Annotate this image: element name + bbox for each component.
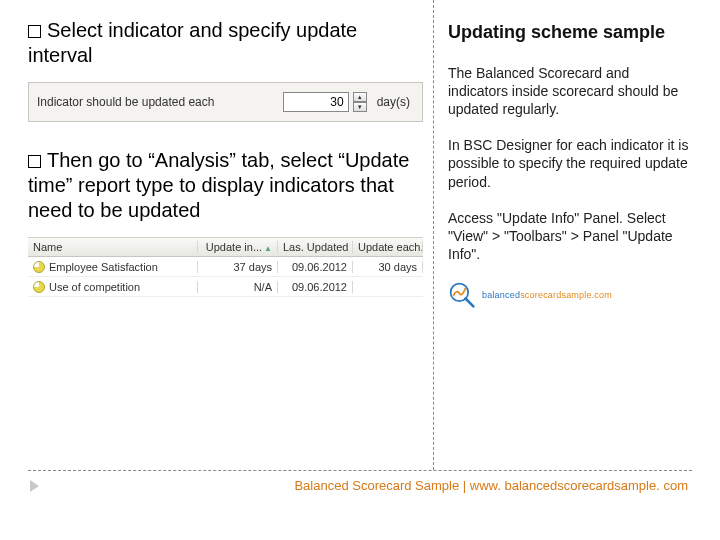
- cell-name: Use of competition: [28, 281, 198, 293]
- sidebar-paragraph-2: In BSC Designer for each indicator it is…: [448, 136, 692, 191]
- cell-last-updated: 09.06.2012: [278, 261, 353, 273]
- cell-name-text: Employee Satisfaction: [49, 261, 158, 273]
- instruction-2-text: Then go to “Analysis” tab, select “Updat…: [28, 149, 409, 221]
- right-column: Updating scheme sample The Balanced Scor…: [433, 0, 720, 470]
- th-update-in-label: Update in...: [206, 241, 262, 253]
- slide-body: Select indicator and specify update inte…: [0, 0, 720, 470]
- brand-text-1: balanced: [482, 290, 520, 300]
- interval-spinner: ▲ ▼ day(s): [283, 92, 422, 112]
- th-last-updated[interactable]: Las. Updated: [278, 241, 353, 253]
- update-interval-panel: Indicator should be updated each ▲ ▼ day…: [28, 82, 423, 122]
- spinner-buttons: ▲ ▼: [353, 92, 367, 112]
- brand-text: balancedscorecardsample.com: [482, 290, 612, 300]
- sidebar-paragraph-3: Access "Update Info" Panel. Select "View…: [448, 209, 692, 264]
- indicator-icon: [33, 281, 45, 293]
- footer-divider: [28, 470, 692, 471]
- cell-update-each: 30 days: [353, 261, 423, 273]
- interval-label: Indicator should be updated each: [29, 95, 222, 109]
- cell-name-text: Use of competition: [49, 281, 140, 293]
- cell-name: Employee Satisfaction: [28, 261, 198, 273]
- next-arrow-icon[interactable]: [30, 480, 39, 492]
- svg-line-1: [466, 299, 474, 307]
- interval-input[interactable]: [283, 92, 349, 112]
- sidebar-title: Updating scheme sample: [448, 22, 692, 44]
- update-report-table: Name Update in...▲ Las. Updated Update e…: [28, 237, 423, 297]
- instruction-1-text: Select indicator and specify update inte…: [28, 19, 357, 66]
- footer: Balanced Scorecard Sample | www. balance…: [0, 478, 720, 493]
- sort-asc-icon: ▲: [264, 244, 272, 253]
- sidebar-paragraph-1: The Balanced Scorecard and indicators in…: [448, 64, 692, 119]
- cell-update-in: N/A: [198, 281, 278, 293]
- cell-update-in: 37 days: [198, 261, 278, 273]
- brand-text-2: scorecardsample.com: [520, 290, 612, 300]
- table-header: Name Update in...▲ Las. Updated Update e…: [28, 237, 423, 257]
- th-update-in[interactable]: Update in...▲: [198, 241, 278, 253]
- instruction-2: Then go to “Analysis” tab, select “Updat…: [28, 148, 423, 223]
- spinner-down-icon[interactable]: ▼: [353, 102, 367, 112]
- cell-last-updated: 09.06.2012: [278, 281, 353, 293]
- table-row[interactable]: Use of competition N/A 09.06.2012: [28, 277, 423, 297]
- interval-unit: day(s): [371, 95, 416, 109]
- checkbox-icon: [28, 25, 41, 38]
- th-update-each[interactable]: Update each...: [353, 241, 423, 253]
- checkbox-icon: [28, 155, 41, 168]
- brand-logo: balancedscorecardsample.com: [448, 281, 692, 309]
- spinner-up-icon[interactable]: ▲: [353, 92, 367, 102]
- table-row[interactable]: Employee Satisfaction 37 days 09.06.2012…: [28, 257, 423, 277]
- left-column: Select indicator and specify update inte…: [0, 0, 433, 470]
- instruction-1: Select indicator and specify update inte…: [28, 18, 423, 68]
- footer-credit: Balanced Scorecard Sample | www. balance…: [294, 478, 702, 493]
- magnifier-chart-icon: [448, 281, 476, 309]
- th-name[interactable]: Name: [28, 241, 198, 253]
- indicator-icon: [33, 261, 45, 273]
